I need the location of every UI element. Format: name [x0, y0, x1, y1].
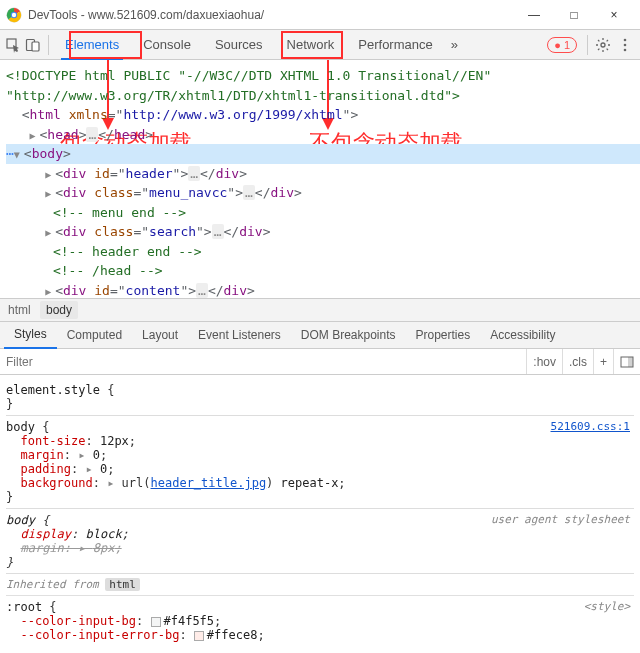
prop-padding[interactable]: padding: [20, 462, 71, 476]
selector-body-ua: body: [6, 513, 35, 527]
val-bg-url[interactable]: header_title.jpg: [151, 476, 267, 490]
doctype-line1: <!DOCTYPE html PUBLIC "-//W3C//DTD XHTML…: [6, 68, 491, 83]
val-padding[interactable]: 0: [100, 462, 107, 476]
prop-margin-ua[interactable]: margin: [20, 541, 63, 555]
subtab-dom-breakpoints[interactable]: DOM Breakpoints: [291, 321, 406, 349]
prop-background[interactable]: background: [20, 476, 92, 490]
comment-menu-end[interactable]: <!-- menu end -->: [6, 203, 640, 223]
subtab-computed[interactable]: Computed: [57, 321, 132, 349]
toggle-sidebar-icon[interactable]: [613, 349, 640, 374]
window-title: DevTools - www.521609.com/daxuexiaohua/: [28, 8, 514, 22]
body-node[interactable]: ⋯▼<body>: [6, 144, 640, 164]
div-content-node[interactable]: ▶<div id="content">…</div>: [6, 281, 640, 299]
devtools-toolbar: Elements Console Sources Network Perform…: [0, 30, 640, 60]
prop-margin[interactable]: margin: [20, 448, 63, 462]
maximize-button[interactable]: □: [554, 0, 594, 30]
kebab-icon[interactable]: [614, 34, 636, 56]
breadcrumb[interactable]: html body: [0, 298, 640, 321]
val-color-input-bg[interactable]: #f4f5f5: [164, 614, 215, 628]
devtools-icon: [6, 7, 22, 23]
crumb-html[interactable]: html: [8, 303, 31, 317]
new-rule-button[interactable]: +: [593, 349, 613, 374]
prop-font-size[interactable]: font-size: [20, 434, 85, 448]
subtab-layout[interactable]: Layout: [132, 321, 188, 349]
crumb-body[interactable]: body: [40, 301, 78, 319]
subtab-styles[interactable]: Styles: [4, 321, 57, 349]
prop-display[interactable]: display: [20, 527, 71, 541]
selector-element-style: element.style: [6, 383, 100, 397]
val-margin-ua[interactable]: 8px: [93, 541, 115, 555]
elements-tree[interactable]: <!DOCTYPE html PUBLIC "-//W3C//DTD XHTML…: [0, 60, 640, 298]
device-icon[interactable]: [24, 36, 42, 54]
svg-point-9: [624, 48, 627, 51]
subtab-properties[interactable]: Properties: [406, 321, 481, 349]
inherited-from-row: Inherited from html: [6, 574, 634, 595]
svg-point-7: [624, 38, 627, 41]
div-header-node[interactable]: ▶<div id="header">…</div>: [6, 164, 640, 184]
tab-elements[interactable]: Elements: [53, 30, 131, 60]
svg-point-6: [601, 43, 605, 47]
tab-network[interactable]: Network: [275, 30, 347, 60]
titlebar: DevTools - www.521609.com/daxuexiaohua/ …: [0, 0, 640, 30]
val-display[interactable]: block: [85, 527, 121, 541]
subtab-event-listeners[interactable]: Event Listeners: [188, 321, 291, 349]
tab-more[interactable]: »: [445, 30, 464, 60]
root-source[interactable]: <style>: [584, 600, 630, 613]
inherited-html-tag[interactable]: html: [105, 578, 140, 591]
tab-sources[interactable]: Sources: [203, 30, 275, 60]
selector-root: :root: [6, 600, 42, 614]
close-button[interactable]: ×: [594, 0, 634, 30]
prop-color-input-bg[interactable]: --color-input-bg: [20, 614, 136, 628]
val-margin[interactable]: 0: [93, 448, 100, 462]
svg-point-2: [12, 12, 16, 16]
subtab-accessibility[interactable]: Accessibility: [480, 321, 565, 349]
body-style-block[interactable]: 521609.css:1 body { font-size: 12px; mar…: [6, 416, 634, 509]
div-search-node[interactable]: ▶<div class="search">…</div>: [6, 222, 640, 242]
tab-console[interactable]: Console: [131, 30, 203, 60]
val-font-size[interactable]: 12px: [100, 434, 129, 448]
val-bg-repeat[interactable]: repeat-x: [281, 476, 339, 490]
element-style-block[interactable]: element.style {}: [6, 379, 634, 416]
swatch-input-error-bg[interactable]: [194, 631, 204, 641]
selector-body: body: [6, 420, 35, 434]
svg-rect-5: [32, 42, 39, 51]
ua-body-block[interactable]: user agent stylesheet body { display: bl…: [6, 509, 634, 574]
prop-color-input-error-bg[interactable]: --color-input-error-bg: [20, 628, 179, 642]
svg-point-8: [624, 43, 627, 46]
styles-filter-bar: :hov .cls +: [0, 349, 640, 375]
cls-button[interactable]: .cls: [562, 349, 593, 374]
styles-panel: element.style {} 521609.css:1 body { fon…: [0, 375, 640, 650]
hov-button[interactable]: :hov: [526, 349, 562, 374]
doctype-line2: "http://www.w3.org/TR/xhtml1/DTD/xhtml1-…: [6, 88, 460, 103]
head-node[interactable]: ▶<head>…</head>: [6, 125, 640, 145]
div-menu-node[interactable]: ▶<div class="menu_navcc">…</div>: [6, 183, 640, 203]
swatch-input-bg[interactable]: [151, 617, 161, 627]
comment-header-end[interactable]: <!-- header end -->: [6, 242, 640, 262]
settings-icon[interactable]: [592, 34, 614, 56]
tab-performance[interactable]: Performance: [346, 30, 444, 60]
styles-subtabs: Styles Computed Layout Event Listeners D…: [0, 321, 640, 349]
ua-label: user agent stylesheet: [491, 513, 630, 526]
minimize-button[interactable]: —: [514, 0, 554, 30]
error-count-badge[interactable]: ●1: [547, 37, 577, 53]
root-style-block[interactable]: <style> :root { --color-input-bg: #f4f5f…: [6, 595, 634, 646]
source-link[interactable]: 521609.css:1: [551, 420, 630, 433]
html-node[interactable]: <html xmlns="http://www.w3.org/1999/xhtm…: [6, 105, 640, 125]
svg-rect-15: [628, 357, 633, 367]
inspect-icon[interactable]: [4, 36, 22, 54]
val-color-input-error-bg[interactable]: #ffece8: [207, 628, 258, 642]
panel-tabs: Elements Console Sources Network Perform…: [53, 30, 464, 59]
styles-filter-input[interactable]: [0, 355, 526, 369]
comment-head-close[interactable]: <!-- /head -->: [6, 261, 640, 281]
